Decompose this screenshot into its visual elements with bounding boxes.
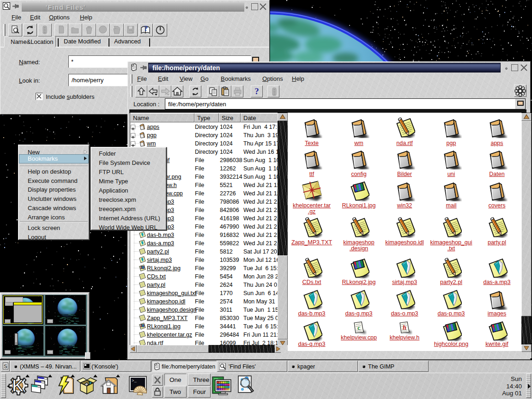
svg-text:K: K bbox=[12, 376, 24, 395]
svg-text:?: ? bbox=[254, 86, 259, 96]
svg-text:?: ? bbox=[144, 24, 148, 33]
svg-text:>_: >_ bbox=[132, 379, 137, 383]
